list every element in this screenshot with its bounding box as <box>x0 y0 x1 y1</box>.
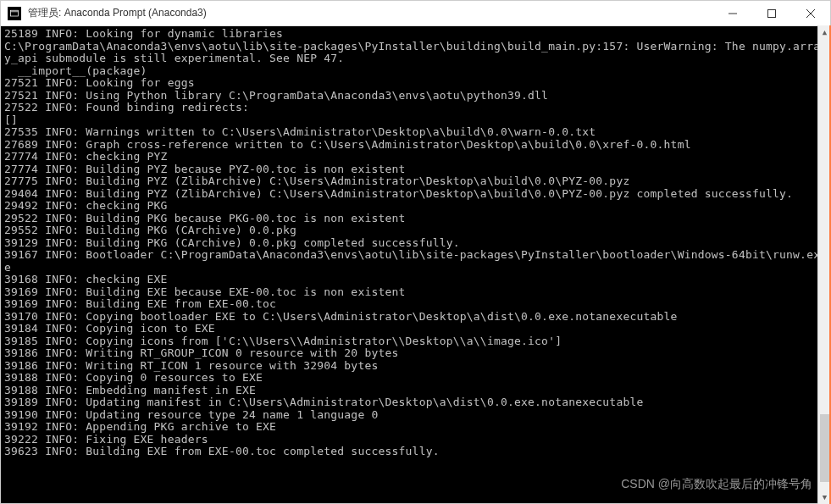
window-title: 管理员: Anaconda Prompt (Anaconda3) <box>28 6 713 20</box>
close-button[interactable] <box>791 1 830 25</box>
window-controls <box>713 1 830 25</box>
svg-rect-3 <box>768 9 776 17</box>
terminal-window: 管理员: Anaconda Prompt (Anaconda3) 25189 I… <box>0 0 831 504</box>
minimize-button[interactable] <box>713 1 752 25</box>
app-icon <box>8 7 21 20</box>
titlebar[interactable]: 管理员: Anaconda Prompt (Anaconda3) <box>1 1 830 26</box>
scroll-thumb[interactable] <box>820 414 829 482</box>
terminal-output[interactable]: 25189 INFO: Looking for dynamic librarie… <box>1 26 830 503</box>
maximize-button[interactable] <box>752 1 791 25</box>
svg-rect-0 <box>11 10 19 16</box>
